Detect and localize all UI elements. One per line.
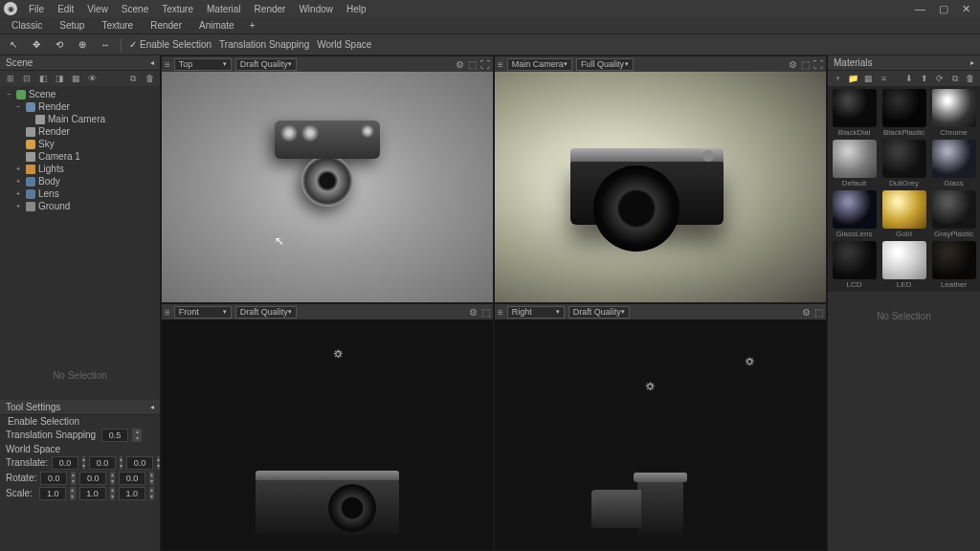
ts-world-space[interactable]: World Space bbox=[6, 444, 60, 454]
menu-file[interactable]: File bbox=[23, 4, 50, 14]
menu-material[interactable]: Material bbox=[201, 4, 247, 14]
material-grayplastic[interactable]: GrayPlastic bbox=[929, 189, 978, 239]
vp-menu-icon[interactable]: ≡ bbox=[165, 59, 170, 70]
vp-max-icon[interactable]: ⛶ bbox=[813, 59, 823, 70]
tab-texture[interactable]: Texture bbox=[94, 20, 141, 31]
menu-view[interactable]: View bbox=[81, 4, 114, 14]
scene-cube-icon[interactable]: ◧ bbox=[36, 73, 50, 84]
vp-gear-icon[interactable]: ⚙ bbox=[802, 307, 811, 318]
tree-toggle-icon[interactable]: + bbox=[13, 203, 23, 209]
tree-item-ground[interactable]: +Ground bbox=[0, 200, 160, 212]
tab-setup[interactable]: Setup bbox=[52, 20, 92, 31]
vp-menu-icon[interactable]: ≡ bbox=[165, 307, 170, 318]
vp-expand-icon[interactable]: ⬚ bbox=[468, 59, 477, 70]
scene-shrink-icon[interactable]: ⊟ bbox=[20, 73, 33, 84]
menu-help[interactable]: Help bbox=[341, 4, 372, 14]
material-gold[interactable]: Gold bbox=[880, 189, 928, 239]
scale-input[interactable] bbox=[79, 487, 106, 500]
mat-list-icon[interactable]: ≡ bbox=[878, 73, 890, 84]
ts-translation-snapping[interactable]: Translation Snapping bbox=[6, 430, 98, 440]
mat-folder-icon[interactable]: 📁 bbox=[847, 73, 859, 84]
snapping-value-input[interactable] bbox=[101, 429, 128, 442]
vp-menu-icon[interactable]: ≡ bbox=[498, 307, 503, 318]
tree-item-lens[interactable]: +Lens bbox=[0, 187, 160, 200]
mat-dup-icon[interactable]: ⧉ bbox=[948, 73, 961, 84]
vp-expand-icon[interactable]: ⬚ bbox=[814, 307, 823, 318]
scene-eye-icon[interactable]: 👁 bbox=[85, 73, 99, 84]
tree-item-render[interactable]: −Render bbox=[0, 100, 160, 113]
tool-settings-title[interactable]: Tool Settings ◂ bbox=[0, 400, 160, 415]
menu-texture[interactable]: Texture bbox=[156, 4, 199, 14]
scale-tool-icon[interactable]: ↔ bbox=[98, 37, 113, 53]
tree-toggle-icon[interactable]: + bbox=[13, 190, 23, 197]
close-icon[interactable]: ✕ bbox=[962, 3, 970, 15]
material-glass[interactable]: Glass bbox=[929, 139, 978, 188]
maximize-icon[interactable]: ▢ bbox=[939, 3, 948, 15]
view-select[interactable]: Main Camera bbox=[507, 58, 572, 71]
scene-filter-icon[interactable]: ▦ bbox=[69, 73, 82, 84]
tree-toggle-icon[interactable]: + bbox=[13, 165, 23, 172]
material-glasslens[interactable]: GlassLens bbox=[830, 189, 879, 239]
vp-expand-icon[interactable]: ⬚ bbox=[481, 307, 490, 318]
mat-download-icon[interactable]: ⬇ bbox=[902, 73, 915, 84]
vp-gear-icon[interactable]: ⚙ bbox=[789, 59, 797, 70]
scene-trash-icon[interactable]: 🗑 bbox=[143, 73, 156, 84]
material-lcd[interactable]: LCD bbox=[830, 240, 879, 290]
material-dullgrey[interactable]: DullGrey bbox=[880, 139, 928, 188]
menu-render[interactable]: Render bbox=[249, 4, 292, 14]
spinner[interactable] bbox=[132, 429, 142, 442]
viewport-canvas[interactable]: ☼ ☼ bbox=[495, 320, 826, 550]
mat-up-icon[interactable]: ⬆ bbox=[918, 73, 930, 84]
material-blackplastic[interactable]: BlackPlastic bbox=[880, 88, 928, 138]
translate-input[interactable] bbox=[126, 456, 153, 470]
add-tab-button[interactable]: + bbox=[244, 20, 261, 31]
viewport-front[interactable]: ≡ Front Draft Quality ⚙ ⬚ ☼ bbox=[162, 304, 493, 550]
menu-edit[interactable]: Edit bbox=[52, 4, 79, 14]
scene-panel-title[interactable]: Scene ◂ bbox=[0, 55, 160, 71]
rotate-tool-icon[interactable]: ⟲ bbox=[52, 37, 67, 53]
scene-dup-icon[interactable]: ⧉ bbox=[126, 73, 140, 84]
light-icon[interactable]: ☼ bbox=[744, 352, 756, 367]
scene-search-icon[interactable]: ◨ bbox=[53, 73, 66, 84]
tree-item-lights[interactable]: +Lights bbox=[0, 163, 160, 175]
spinner[interactable] bbox=[110, 487, 115, 500]
rotate-input[interactable] bbox=[79, 472, 106, 485]
vp-gear-icon[interactable]: ⚙ bbox=[469, 307, 478, 318]
world-space-option[interactable]: World Space bbox=[317, 39, 371, 50]
tree-toggle-icon[interactable]: + bbox=[13, 178, 23, 185]
rotate-input[interactable] bbox=[119, 472, 145, 485]
collapse-icon[interactable]: ◂ bbox=[150, 58, 154, 67]
tree-item-body[interactable]: +Body bbox=[0, 175, 160, 187]
tree-item-render[interactable]: Render bbox=[0, 125, 160, 138]
vp-gear-icon[interactable]: ⚙ bbox=[456, 59, 464, 70]
light-icon[interactable]: ☼ bbox=[644, 377, 657, 392]
scale-input[interactable] bbox=[39, 487, 66, 500]
tab-render[interactable]: Render bbox=[143, 20, 189, 31]
select-tool-icon[interactable]: ↖ bbox=[6, 37, 21, 53]
spinner[interactable] bbox=[120, 456, 122, 470]
viewport-canvas[interactable]: ↖ bbox=[162, 72, 493, 302]
quality-select[interactable]: Full Quality bbox=[576, 58, 634, 71]
spinner[interactable] bbox=[110, 472, 115, 485]
material-leather[interactable]: Leather bbox=[929, 240, 978, 290]
view-select[interactable]: Top bbox=[174, 58, 232, 71]
ts-enable-selection[interactable]: Enable Selection bbox=[6, 416, 79, 427]
tree-item-scene[interactable]: −Scene bbox=[0, 88, 160, 100]
tree-toggle-icon[interactable]: − bbox=[13, 103, 23, 110]
material-led[interactable]: LED bbox=[880, 240, 928, 290]
vp-menu-icon[interactable]: ≡ bbox=[498, 59, 503, 70]
material-default[interactable]: Default bbox=[830, 139, 879, 188]
material-blackdial[interactable]: BlackDial bbox=[830, 88, 879, 138]
collapse-icon[interactable]: ◂ bbox=[150, 403, 154, 411]
scene-expand-icon[interactable]: ⊞ bbox=[4, 73, 17, 84]
spinner[interactable] bbox=[70, 487, 75, 500]
translate-input[interactable] bbox=[89, 456, 116, 470]
vp-expand-icon[interactable]: ⬚ bbox=[801, 59, 810, 70]
mat-refresh-icon[interactable]: ⟳ bbox=[933, 73, 946, 84]
minimize-icon[interactable]: — bbox=[915, 3, 925, 15]
tree-item-camera-1[interactable]: Camera 1 bbox=[0, 150, 160, 163]
viewport-canvas[interactable] bbox=[495, 72, 826, 302]
quality-select[interactable]: Draft Quality bbox=[568, 306, 630, 319]
translate-input[interactable] bbox=[52, 456, 78, 470]
material-chrome[interactable]: Chrome bbox=[929, 88, 978, 138]
